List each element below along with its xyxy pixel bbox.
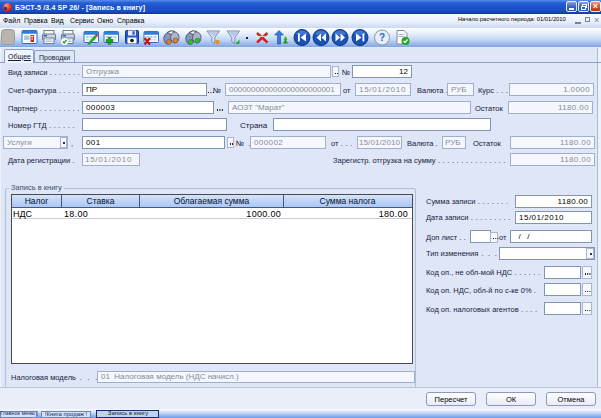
svg-text:?: ? (379, 32, 385, 43)
